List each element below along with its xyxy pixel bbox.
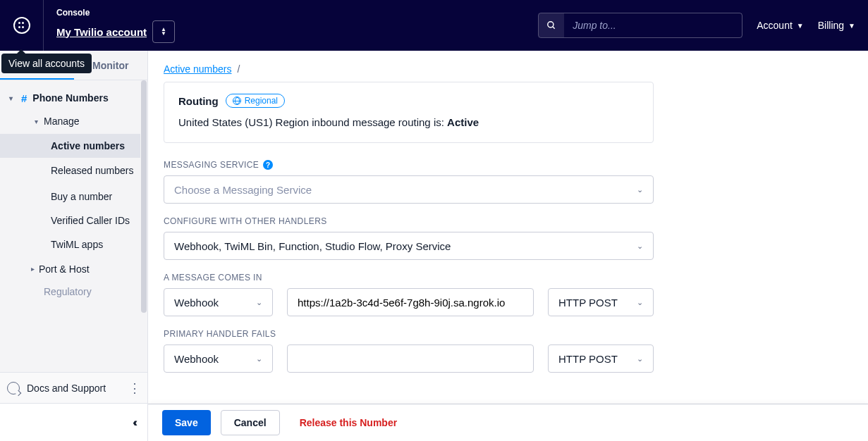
chevron-down-icon: ▾ [31, 118, 41, 125]
account-name-link[interactable]: My Twilio account [56, 26, 147, 38]
chevron-down-icon: ▾ [6, 94, 16, 102]
sidebar-item-label: Verified Caller IDs [51, 215, 130, 226]
regional-badge-label: Regional [245, 96, 278, 106]
top-navbar: Console My Twilio account ▲▼ Account ▼ B… [0, 0, 868, 51]
section-label-text: PRIMARY HANDLER FAILS [164, 329, 276, 339]
collapse-sidebar-button[interactable]: ‹‹ [133, 416, 135, 429]
primary-handler-fails-section: PRIMARY HANDLER FAILS Webhook ⌄ H [164, 329, 654, 373]
message-in-type-select[interactable]: Webhook ⌄ [164, 288, 273, 316]
routing-status-prefix: United States (US1) Region inbound messa… [178, 116, 447, 128]
primary-fails-method-select[interactable]: HTTP POST ⌄ [548, 344, 654, 373]
primary-fails-url-input[interactable] [287, 344, 534, 373]
section-label: MESSAGING SERVICE ? [164, 160, 654, 170]
sidebar-collapse-row: ‹‹ [0, 403, 147, 441]
help-icon[interactable]: ? [263, 160, 273, 170]
billing-menu-label: Billing [818, 20, 844, 31]
select-value: Webhook, TwiML Bin, Function, Studio Flo… [174, 240, 451, 252]
sidebar-item-manage[interactable]: ▾ Manage [0, 108, 147, 134]
regional-badge[interactable]: Regional [226, 94, 285, 108]
select-value: HTTP POST [558, 297, 618, 309]
save-button[interactable]: Save [162, 410, 211, 435]
section-label: CONFIGURE WITH OTHER HANDLERS [164, 216, 654, 226]
sidebar-item-regulatory[interactable]: Regulatory [0, 282, 147, 302]
sidebar-item-port-host[interactable]: ▸ Port & Host [0, 256, 147, 282]
chevron-down-icon: ⌄ [637, 354, 643, 364]
kebab-menu-icon[interactable]: ⋮ [128, 380, 140, 396]
search-input[interactable] [564, 13, 742, 37]
routing-title: Routing [178, 95, 219, 107]
sidebar-item-label: Phone Numbers [32, 92, 108, 104]
section-label: PRIMARY HANDLER FAILS [164, 329, 654, 339]
section-label-text: MESSAGING SERVICE [164, 160, 259, 170]
sidebar-item-label: Port & Host [39, 263, 90, 275]
hash-icon: # [21, 92, 27, 104]
sidebar-item-verified-caller-ids[interactable]: Verified Caller IDs [0, 209, 147, 232]
select-placeholder: Choose a Messaging Service [174, 184, 312, 196]
release-number-link[interactable]: Release this Number [300, 417, 398, 428]
console-label: Console [56, 8, 175, 18]
sidebar-item-label: Released numbers [51, 164, 134, 178]
sidebar-item-label: Manage [44, 116, 80, 127]
search-icon [539, 13, 564, 37]
sidebar-item-active-numbers[interactable]: Active numbers [0, 134, 147, 158]
sidebar-item-twiml-apps[interactable]: TwiML apps [0, 232, 147, 256]
sidebar-item-label: Buy a number [51, 191, 112, 202]
message-in-method-select[interactable]: HTTP POST ⌄ [548, 288, 654, 316]
globe-icon [233, 97, 241, 105]
messaging-service-select[interactable]: Choose a Messaging Service ⌄ [164, 175, 654, 204]
select-value: Webhook [174, 297, 219, 309]
sidebar-item-label: TwiML apps [51, 239, 103, 250]
primary-fails-type-select[interactable]: Webhook ⌄ [164, 344, 273, 373]
chevron-down-icon: ⌄ [256, 354, 262, 364]
chevron-down-icon: ▼ [797, 22, 804, 30]
routing-status-text: United States (US1) Region inbound messa… [178, 116, 639, 128]
docs-and-support[interactable]: Docs and Support ⋮ [0, 372, 147, 403]
sidebar-item-label: Regulatory [44, 286, 92, 297]
main-content: Active numbers / Routing Regional United… [148, 51, 868, 441]
svg-line-1 [553, 27, 555, 29]
breadcrumb-separator: / [237, 63, 240, 75]
up-down-chevron-icon: ▲▼ [161, 27, 166, 36]
routing-panel: Routing Regional United States (US1) Reg… [164, 82, 654, 143]
breadcrumb: Active numbers / [148, 51, 868, 82]
search-box[interactable] [538, 13, 742, 38]
section-label-text: CONFIGURE WITH OTHER HANDLERS [164, 216, 327, 226]
cancel-button[interactable]: Cancel [221, 410, 280, 435]
chevron-right-icon: ▸ [31, 265, 35, 273]
sidebar-scrollbar[interactable] [140, 80, 147, 341]
section-label: A MESSAGE COMES IN [164, 273, 654, 282]
message-in-url-input[interactable] [287, 288, 534, 316]
sidebar-item-label: Active numbers [51, 140, 125, 151]
messaging-service-section: MESSAGING SERVICE ? Choose a Messaging S… [164, 160, 654, 204]
sidebar-item-phone-numbers[interactable]: ▾ # Phone Numbers [0, 87, 147, 108]
account-menu[interactable]: Account ▼ [757, 20, 804, 31]
other-handlers-section: CONFIGURE WITH OTHER HANDLERS Webhook, T… [164, 216, 654, 260]
breadcrumb-active-numbers[interactable]: Active numbers [164, 63, 231, 75]
footer-action-bar: Save Cancel Release this Number [148, 404, 868, 441]
side-navigation: ▾ # Phone Numbers ▾ Manage Active number… [0, 80, 147, 372]
view-accounts-tooltip: View all accounts [1, 54, 92, 73]
account-block: Console My Twilio account ▲▼ [44, 0, 188, 51]
account-menu-label: Account [757, 20, 793, 31]
docs-label: Docs and Support [27, 383, 106, 394]
docs-icon [7, 382, 20, 395]
select-value: HTTP POST [558, 353, 618, 365]
logo[interactable] [0, 0, 44, 51]
chevron-down-icon: ⌄ [637, 242, 643, 251]
chevron-down-icon: ⌄ [637, 298, 643, 307]
sidebar-item-released-numbers[interactable]: Released numbers [0, 158, 147, 185]
svg-point-0 [548, 22, 554, 27]
routing-status-value: Active [447, 116, 479, 128]
account-switcher-button[interactable]: ▲▼ [152, 20, 175, 43]
select-value: Webhook [174, 353, 219, 365]
chevron-down-icon: ⌄ [256, 298, 262, 307]
sidebar-item-buy-number[interactable]: Buy a number [0, 185, 147, 209]
section-label-text: A MESSAGE COMES IN [164, 273, 262, 282]
other-handlers-select[interactable]: Webhook, TwiML Bin, Function, Studio Flo… [164, 232, 654, 260]
message-comes-in-section: A MESSAGE COMES IN Webhook ⌄ HTTP [164, 273, 654, 316]
chevron-down-icon: ⌄ [637, 185, 643, 194]
sidebar: Develop Monitor ▾ # Phone Numbers ▾ Mana… [0, 51, 148, 441]
twilio-logo-icon [13, 17, 30, 34]
chevron-down-icon: ▼ [848, 22, 855, 30]
billing-menu[interactable]: Billing ▼ [818, 20, 855, 31]
